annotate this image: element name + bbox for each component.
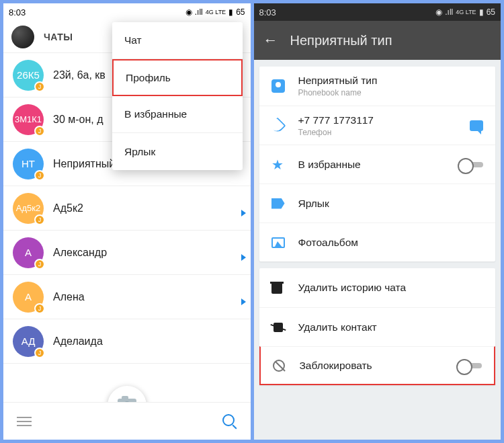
signal-icon: .ıll bbox=[445, 7, 453, 17]
phone-icon bbox=[269, 117, 286, 134]
badge-j-icon: J bbox=[34, 348, 45, 358]
contact-name: Александр bbox=[53, 247, 241, 259]
delete-contact-icon bbox=[271, 321, 285, 333]
row-clear-history[interactable]: Удалить историю чата bbox=[259, 268, 496, 307]
avatar: 3М1К1J bbox=[13, 104, 44, 135]
avatar: 26К5J bbox=[13, 60, 44, 91]
message-icon[interactable] bbox=[470, 120, 483, 131]
bottom-nav bbox=[3, 402, 251, 440]
badge-j-icon: J bbox=[34, 303, 45, 314]
contact-row[interactable]: Ад5к2J Ад5к2 bbox=[3, 186, 251, 231]
profile-avatar[interactable] bbox=[11, 26, 34, 48]
profile-header: ← Неприятный тип bbox=[254, 21, 501, 60]
profile-body: Неприятный тип Phonebook name +7 777 177… bbox=[254, 60, 501, 440]
menu-item-favorite[interactable]: В избранные bbox=[112, 96, 243, 133]
photos-label: Фотоальбом bbox=[298, 237, 484, 249]
tab-chats[interactable]: ЧАТЫ bbox=[44, 32, 73, 42]
wifi-icon: ◉ bbox=[435, 7, 442, 17]
menu-item-shortcut[interactable]: Ярлык bbox=[112, 133, 243, 170]
row-delete-contact[interactable]: Удалить контакт bbox=[259, 307, 496, 346]
favorite-toggle[interactable] bbox=[458, 158, 483, 171]
battery-level: 65 bbox=[236, 7, 245, 17]
contact-name-sub: Phonebook name bbox=[298, 88, 484, 97]
status-bar: 8:03 ◉ .ıll 4G LTE ▮ 65 bbox=[254, 3, 501, 21]
wifi-icon: ◉ bbox=[185, 7, 192, 17]
contact-name-value: Неприятный тип bbox=[298, 75, 484, 87]
contact-name: Алена bbox=[53, 291, 241, 303]
card-info: Неприятный тип Phonebook name +7 777 177… bbox=[259, 67, 496, 261]
photo-icon bbox=[271, 237, 285, 248]
avatar: НТJ bbox=[13, 149, 44, 179]
contact-row[interactable]: АJ Александр bbox=[3, 231, 251, 275]
contact-row[interactable]: АДJ Аделаида bbox=[3, 319, 251, 364]
contact-icon bbox=[271, 79, 285, 93]
row-phone[interactable]: +7 777 1773117 Телефон bbox=[259, 106, 496, 145]
block-label: Заблокировать bbox=[300, 360, 457, 372]
contact-name: Аделаида bbox=[53, 335, 241, 348]
star-icon: ★ bbox=[271, 157, 284, 173]
menu-item-chat[interactable]: Чат bbox=[112, 22, 243, 59]
signal-icon: .ıll bbox=[195, 7, 203, 17]
menu-item-profile[interactable]: Профиль bbox=[112, 59, 243, 96]
back-icon[interactable]: ← bbox=[263, 32, 278, 49]
badge-j-icon: J bbox=[34, 81, 45, 92]
avatar: Ад5к2J bbox=[13, 193, 44, 224]
context-menu: Чат Профиль В избранные Ярлык bbox=[112, 22, 243, 170]
row-contact-name: Неприятный тип Phonebook name bbox=[259, 67, 496, 106]
avatar: АJ bbox=[13, 282, 44, 313]
row-photos[interactable]: Фотоальбом bbox=[259, 223, 496, 261]
status-time: 8:03 bbox=[9, 7, 26, 17]
search-icon[interactable] bbox=[222, 414, 237, 429]
row-favorite[interactable]: ★ В избранные bbox=[259, 145, 496, 184]
favorite-label: В избранные bbox=[298, 159, 458, 171]
network-type: 4G LTE bbox=[206, 9, 226, 15]
row-block[interactable]: Заблокировать bbox=[259, 346, 496, 385]
contact-row[interactable]: АJ Алена bbox=[3, 275, 251, 319]
card-actions: Удалить историю чата Удалить контакт Заб… bbox=[259, 268, 496, 385]
delete-contact-label: Удалить контакт bbox=[298, 321, 484, 333]
status-bar: 8:03 ◉ .ıll 4G LTE ▮ 65 bbox=[3, 3, 251, 21]
avatar: АДJ bbox=[13, 326, 44, 357]
shortcut-label: Ярлык bbox=[298, 198, 484, 210]
badge-j-icon: J bbox=[34, 259, 45, 270]
battery-icon: ▮ bbox=[479, 7, 484, 17]
menu-icon[interactable] bbox=[17, 417, 32, 426]
badge-j-icon: J bbox=[34, 170, 45, 181]
block-toggle[interactable] bbox=[456, 359, 482, 372]
badge-j-icon: J bbox=[34, 214, 45, 225]
contact-name: Ад5к2 bbox=[53, 202, 241, 214]
badge-j-icon: J bbox=[34, 126, 45, 136]
phone-right: 8:03 ◉ .ıll 4G LTE ▮ 65 ← Неприятный тип… bbox=[254, 3, 501, 440]
tag-icon bbox=[271, 198, 285, 209]
status-indicators: ◉ .ıll 4G LTE ▮ 65 bbox=[185, 7, 245, 17]
clear-history-label: Удалить историю чата bbox=[298, 282, 484, 294]
battery-level: 65 bbox=[487, 7, 495, 17]
phone-number: +7 777 1773117 bbox=[298, 114, 470, 126]
profile-title: Неприятный тип bbox=[290, 33, 392, 48]
phone-label: Телефон bbox=[298, 128, 470, 137]
block-icon bbox=[273, 360, 285, 372]
phone-left: 8:03 ◉ .ıll 4G LTE ▮ 65 ЧАТЫ 26К5J 23й, … bbox=[3, 3, 251, 440]
battery-icon: ▮ bbox=[228, 7, 233, 17]
row-shortcut[interactable]: Ярлык bbox=[259, 184, 496, 223]
status-time: 8:03 bbox=[259, 7, 276, 17]
trash-icon bbox=[271, 282, 282, 294]
network-type: 4G LTE bbox=[456, 9, 476, 15]
status-indicators: ◉ .ıll 4G LTE ▮ 65 bbox=[435, 7, 495, 17]
avatar: АJ bbox=[13, 237, 44, 268]
